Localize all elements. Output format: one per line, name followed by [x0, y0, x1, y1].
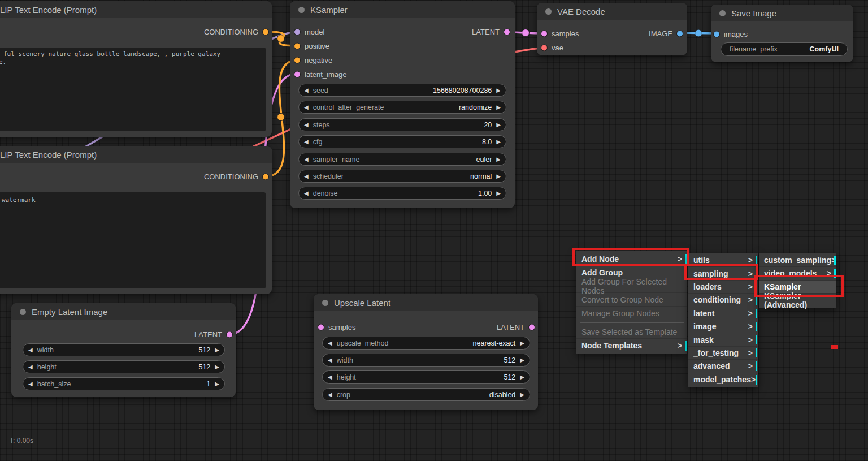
widget-batch-size[interactable]: ◀ batch_size 1 ▶ — [23, 377, 225, 390]
widget-label: width — [37, 346, 194, 354]
widget-scheduler[interactable]: ◀ scheduler normal ▶ — [298, 170, 506, 183]
model-port[interactable] — [294, 29, 300, 35]
increment-arrow-icon[interactable]: ▶ — [215, 381, 219, 387]
node-title-bar[interactable]: Save Image — [711, 5, 853, 21]
decrement-arrow-icon[interactable]: ◀ — [28, 347, 33, 353]
collapse-dot-icon[interactable] — [20, 309, 26, 315]
decrement-arrow-icon[interactable]: ◀ — [328, 374, 332, 380]
widget-denoise[interactable]: ◀ denoise 1.00 ▶ — [298, 187, 506, 200]
increment-arrow-icon[interactable]: ▶ — [520, 357, 524, 363]
decrement-arrow-icon[interactable]: ◀ — [304, 122, 309, 128]
prompt-textarea[interactable]: ful scenery nature glass bottle landscap… — [0, 48, 266, 131]
decrement-arrow-icon[interactable]: ◀ — [304, 88, 309, 93]
increment-arrow-icon[interactable]: ▶ — [215, 347, 219, 353]
menu-item-image[interactable]: image > — [688, 320, 758, 333]
menu-item-loaders[interactable]: loaders > — [688, 281, 758, 294]
link-dot-samples[interactable] — [522, 29, 530, 37]
widget-filename-prefix[interactable]: filename_prefix ComfyUI — [721, 42, 848, 56]
increment-arrow-icon[interactable]: ▶ — [520, 392, 524, 398]
negative-port[interactable] — [294, 57, 300, 63]
widget-sampler-name[interactable]: ◀ sampler_name euler ▶ — [298, 153, 506, 166]
node-title-bar[interactable]: KSampler — [290, 1, 515, 18]
images-port[interactable] — [714, 31, 719, 37]
collapse-dot-icon[interactable] — [322, 300, 328, 306]
increment-arrow-icon[interactable]: ▶ — [520, 341, 524, 346]
node-save-image[interactable]: Save Image images filename_prefix ComfyU… — [711, 5, 853, 62]
decrement-arrow-icon[interactable]: ◀ — [304, 157, 309, 162]
image-port[interactable] — [677, 31, 683, 36]
decrement-arrow-icon[interactable]: ◀ — [28, 381, 33, 387]
link-dot-negative[interactable] — [277, 114, 285, 121]
widget-control-after-generate[interactable]: ◀ control_after_generate randomize ▶ — [298, 101, 506, 114]
latent-port[interactable] — [227, 331, 232, 337]
submenu-arrow-icon: > — [751, 375, 756, 384]
link-dot-images[interactable] — [695, 29, 702, 37]
latent-port[interactable] — [529, 324, 535, 330]
collapse-dot-icon[interactable] — [298, 7, 305, 13]
increment-arrow-icon[interactable]: ▶ — [496, 139, 501, 145]
decrement-arrow-icon[interactable]: ◀ — [328, 392, 332, 398]
prompt-textarea[interactable]: watermark — [0, 192, 266, 288]
decrement-arrow-icon[interactable]: ◀ — [328, 341, 332, 346]
widget-steps[interactable]: ◀ steps 20 ▶ — [298, 118, 506, 131]
increment-arrow-icon[interactable]: ▶ — [215, 364, 219, 370]
decrement-arrow-icon[interactable]: ◀ — [304, 174, 309, 179]
widget-width[interactable]: ◀ width 512 ▶ — [322, 354, 530, 367]
node-clip-text-encode-negative[interactable]: LIP Text Encode (Prompt) CONDITIONING wa… — [0, 146, 272, 294]
vae-port[interactable] — [541, 45, 547, 50]
menu-item-custom-sampling[interactable]: custom_sampling > — [759, 254, 836, 267]
increment-arrow-icon[interactable]: ▶ — [496, 105, 501, 110]
widget-crop[interactable]: ◀ crop disabled ▶ — [322, 388, 530, 401]
widget-height[interactable]: ◀ height 512 ▶ — [23, 360, 225, 373]
menu-item-node-templates[interactable]: Node Templates > — [576, 339, 687, 352]
increment-arrow-icon[interactable]: ▶ — [496, 191, 501, 196]
decrement-arrow-icon[interactable]: ◀ — [28, 364, 33, 370]
node-ksampler[interactable]: KSampler model positive negative latent_… — [290, 1, 515, 208]
menu-item-advanced[interactable]: advanced > — [688, 360, 758, 373]
link-dot-positive[interactable] — [277, 35, 285, 42]
latent-port[interactable] — [504, 29, 510, 35]
node-upscale-latent[interactable]: Upscale Latent samples LATENT ◀ upscale_… — [314, 294, 538, 410]
samples-port[interactable] — [541, 31, 547, 36]
menu-item-add-group-for-selected-nodes: Add Group For Selected Nodes — [576, 279, 687, 293]
node-title-bar[interactable]: LIP Text Encode (Prompt) — [0, 1, 272, 18]
decrement-arrow-icon[interactable]: ◀ — [304, 139, 309, 145]
menu-item-conditioning[interactable]: conditioning > — [688, 294, 758, 307]
menu-item-for-testing[interactable]: _for_testing > — [688, 347, 758, 360]
increment-arrow-icon[interactable]: ▶ — [496, 88, 501, 93]
menu-item-latent[interactable]: latent > — [688, 307, 758, 320]
stat-line: T: 0.00s — [10, 437, 42, 446]
node-title-bar[interactable]: VAE Decode — [537, 3, 687, 20]
conditioning-port[interactable] — [263, 29, 268, 35]
increment-arrow-icon[interactable]: ▶ — [496, 122, 501, 128]
positive-port[interactable] — [294, 43, 300, 49]
widget-width[interactable]: ◀ width 512 ▶ — [23, 343, 225, 356]
widget-upscale-method[interactable]: ◀ upscale_method nearest-exact ▶ — [322, 337, 530, 350]
widget-label: crop — [337, 391, 485, 399]
node-vae-decode[interactable]: VAE Decode samples vae IMAGE — [537, 3, 687, 55]
graph-canvas[interactable]: LIP Text Encode (Prompt) CONDITIONING fu… — [0, 0, 868, 461]
conditioning-port[interactable] — [263, 174, 268, 179]
increment-arrow-icon[interactable]: ▶ — [520, 374, 524, 380]
decrement-arrow-icon[interactable]: ◀ — [304, 191, 309, 196]
decrement-arrow-icon[interactable]: ◀ — [304, 105, 309, 110]
output-slot-latent: LATENT — [472, 28, 510, 36]
node-title-bar[interactable]: LIP Text Encode (Prompt) — [0, 146, 272, 163]
node-clip-text-encode-positive[interactable]: LIP Text Encode (Prompt) CONDITIONING fu… — [0, 1, 272, 137]
samples-port[interactable] — [318, 324, 324, 330]
widget-seed[interactable]: ◀ seed 156680208700286 ▶ — [298, 84, 506, 97]
node-empty-latent-image[interactable]: Empty Latent Image LATENT ◀ width 512 ▶ … — [11, 303, 236, 397]
widget-value: ComfyUI — [810, 45, 839, 53]
decrement-arrow-icon[interactable]: ◀ — [328, 357, 332, 363]
increment-arrow-icon[interactable]: ▶ — [496, 174, 501, 179]
node-title-bar[interactable]: Empty Latent Image — [11, 303, 236, 320]
menu-item-model-patches[interactable]: model_patches > — [688, 373, 758, 386]
increment-arrow-icon[interactable]: ▶ — [496, 157, 501, 162]
widget-height[interactable]: ◀ height 512 ▶ — [322, 370, 530, 384]
menu-item-mask[interactable]: mask > — [688, 333, 758, 346]
latent-image-port[interactable] — [294, 71, 300, 77]
collapse-dot-icon[interactable] — [719, 10, 726, 16]
collapse-dot-icon[interactable] — [545, 8, 552, 15]
node-title-bar[interactable]: Upscale Latent — [314, 294, 538, 311]
widget-cfg[interactable]: ◀ cfg 8.0 ▶ — [298, 135, 506, 148]
